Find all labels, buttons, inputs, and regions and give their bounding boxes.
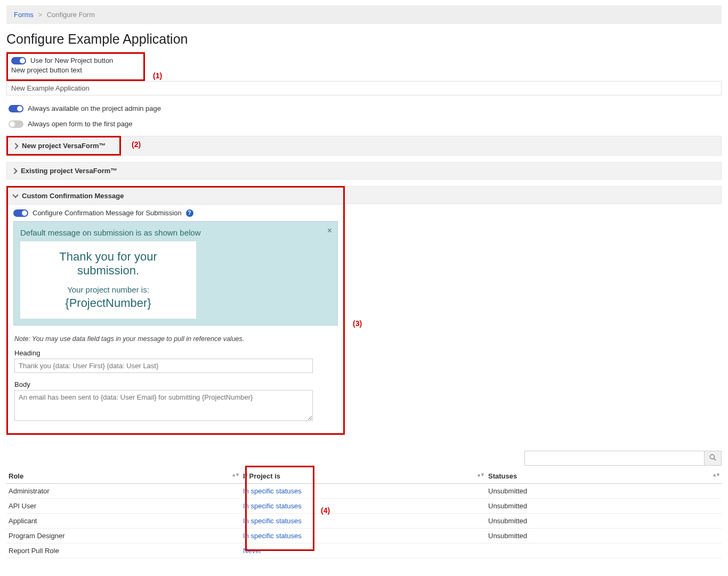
table-row: Program DesignerIn specific statusesUnsu… (6, 529, 722, 543)
table-search-button[interactable] (705, 451, 722, 466)
body-textarea[interactable] (14, 390, 313, 421)
cell-if-project-link[interactable]: In specific statuses (243, 502, 302, 510)
th-statuses[interactable]: Statuses▲▼ (486, 469, 722, 484)
accordion-existing-versaform[interactable]: Existing project VersaForm™ (6, 162, 722, 180)
annotation-2: (2) (132, 140, 141, 149)
toggle-configure-confirmation[interactable] (13, 209, 28, 217)
cell-statuses: Unsubmitted (486, 529, 722, 543)
toggle-configure-confirmation-label: Configure Confirmation Message for Submi… (33, 209, 182, 217)
annotation-3: (3) (353, 319, 362, 328)
toggle-always-available-label: Always available on the project admin pa… (28, 104, 161, 112)
body-label: Body (14, 380, 337, 388)
th-role[interactable]: Role▲▼ (6, 469, 241, 484)
breadcrumb: Forms > Configure Form (6, 5, 722, 24)
close-icon[interactable]: × (327, 226, 332, 236)
cell-role: Administrator (6, 484, 241, 499)
svg-line-1 (714, 459, 716, 461)
cell-role: Program Designer (6, 529, 241, 543)
cell-statuses (486, 543, 722, 558)
preview-card: Thank you for your submission. Your proj… (20, 241, 196, 319)
heading-input[interactable] (14, 359, 313, 373)
cell-role: Applicant (6, 514, 241, 529)
preview-pn-value: {ProjectNumber} (36, 296, 180, 310)
roles-table: Role▲▼ If Project is▲▼ Statuses▲▼ Admini… (6, 469, 722, 558)
cell-if-project-link[interactable]: In specific statuses (243, 532, 302, 540)
table-row: API UserIn specific statusesUnsubmitted (6, 499, 722, 514)
svg-point-0 (710, 455, 714, 459)
breadcrumb-link-forms[interactable]: Forms (14, 11, 34, 19)
button-text-label: New project button text (9, 66, 142, 76)
confirmation-preview: × Default message on submission is as sh… (13, 221, 338, 326)
accordion-existing-versaform-label: Existing project VersaForm™ (21, 167, 117, 175)
table-row: Report Pull RoleNever (6, 543, 722, 558)
sort-icon: ▲▼ (712, 472, 719, 477)
heading-label: Heading (14, 349, 337, 357)
sort-icon: ▲▼ (231, 472, 239, 477)
search-icon (709, 454, 716, 461)
th-if-project[interactable]: If Project is▲▼ (241, 469, 486, 484)
accordion-custom-confirmation-label: Custom Confirmation Message (22, 192, 124, 200)
preview-thank: Thank you for your submission. (36, 250, 180, 278)
toggle-always-available[interactable] (9, 105, 23, 112)
cell-statuses: Unsubmitted (486, 499, 722, 514)
sort-icon: ▲▼ (476, 472, 484, 477)
table-row: AdministratorIn specific statusesUnsubmi… (6, 484, 722, 499)
annotation-4: (4) (321, 506, 330, 515)
new-project-button-text-input[interactable] (6, 81, 722, 95)
cell-if-project-link[interactable]: Never (243, 547, 262, 555)
page-title: Configure Example Application (6, 31, 722, 47)
chevron-right-icon (12, 143, 18, 149)
accordion-custom-confirmation[interactable]: Custom Confirmation Message (8, 188, 343, 205)
cell-role: Report Pull Role (6, 543, 241, 558)
breadcrumb-current: Configure Form (47, 11, 95, 19)
chevron-down-icon (12, 192, 18, 198)
toggle-use-new-project-label: Use for New Project button (30, 56, 113, 64)
toggle-open-first-page-label: Always open form to the first page (28, 120, 133, 128)
preview-hint: Default message on submission is as show… (20, 228, 331, 237)
breadcrumb-separator: > (38, 11, 42, 19)
note-text: Note: You may use data field tags in you… (8, 331, 343, 347)
toggle-open-first-page[interactable] (9, 120, 23, 128)
chevron-right-icon (11, 168, 17, 174)
cell-if-project-link[interactable]: In specific statuses (243, 517, 302, 525)
table-search-input[interactable] (524, 451, 705, 466)
cell-role: API User (6, 499, 241, 514)
accordion-new-versaform[interactable]: New project VersaForm™ (8, 137, 119, 154)
accordion-new-versaform-label: New project VersaForm™ (22, 142, 106, 150)
toggle-use-new-project[interactable] (11, 57, 26, 64)
preview-pn-label: Your project number is: (36, 285, 180, 294)
help-icon[interactable]: ? (186, 209, 193, 217)
cell-statuses: Unsubmitted (486, 484, 722, 499)
table-row: ApplicantIn specific statusesUnsubmitted (6, 514, 722, 529)
annotation-1: (1) (153, 71, 162, 80)
cell-if-project-link[interactable]: In specific statuses (243, 487, 302, 495)
cell-statuses: Unsubmitted (486, 514, 722, 529)
